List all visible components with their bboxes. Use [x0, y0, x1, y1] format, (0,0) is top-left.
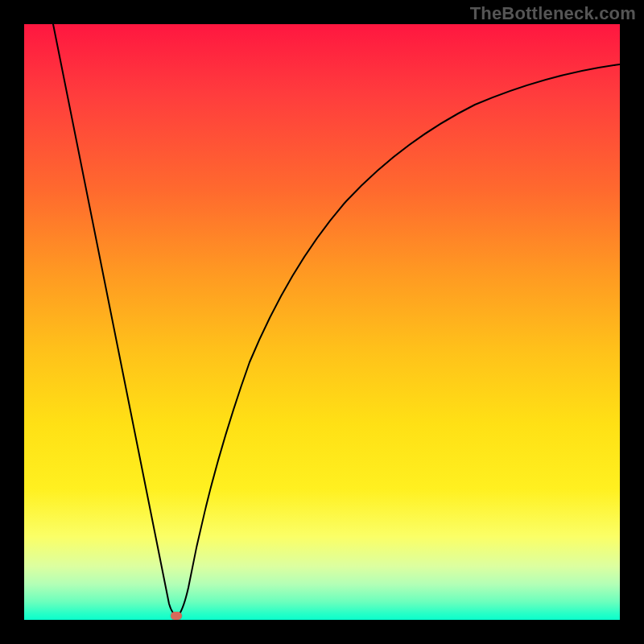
watermark-text: TheBottleneck.com	[470, 3, 636, 24]
optimum-marker	[171, 612, 182, 620]
chart-stage: TheBottleneck.com	[0, 0, 644, 644]
bottleneck-curve	[24, 24, 620, 620]
plot-area	[24, 24, 620, 620]
